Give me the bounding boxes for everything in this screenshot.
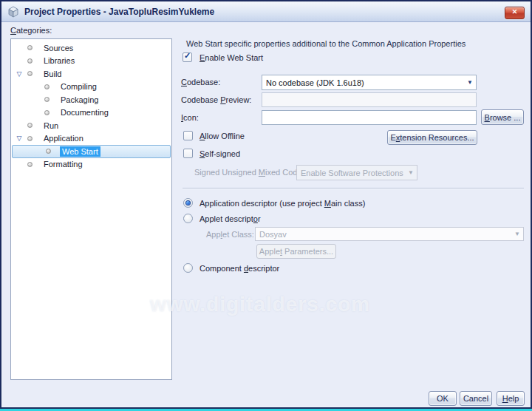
self-signed-checkbox[interactable] (183, 149, 193, 158)
allow-offline-label[interactable]: Allow Offline (200, 132, 245, 140)
icon-field[interactable] (262, 110, 477, 125)
expand-triangle-icon[interactable]: ▽ (13, 70, 25, 78)
bullet-icon (27, 136, 33, 141)
tree-item-web-start[interactable]: Web Start (12, 145, 171, 158)
browse-button[interactable]: Browse ... (481, 109, 524, 125)
tree-item-label: Formatting (41, 159, 85, 169)
ok-button-label: OK (437, 394, 449, 403)
tree-item-libraries[interactable]: Libraries (11, 55, 171, 68)
tree-item-sources[interactable]: Sources (11, 41, 171, 55)
tree-item-label: Application (41, 133, 86, 143)
self-signed-label[interactable]: Self-signed (200, 149, 240, 158)
allow-offline-checkbox[interactable] (183, 131, 193, 140)
mixed-code-combo-value: Enable Software Protections (301, 169, 403, 177)
dropdown-arrow-icon: ▼ (464, 79, 476, 86)
tree-item-label: Run (41, 120, 61, 131)
bullet-icon (44, 110, 50, 115)
applet-parameters-button: Applet Parameters... (256, 244, 336, 259)
bullet-icon (44, 97, 50, 102)
window-title: Project Properties - JavaTopluResimYukle… (24, 7, 214, 17)
titlebar[interactable]: Project Properties - JavaTopluResimYukle… (1, 1, 531, 22)
applet-class-combo-value: Dosyav (259, 230, 287, 239)
panel-header-text: Web Start specific properties additional… (186, 39, 466, 48)
cancel-button-label: Cancel (463, 394, 488, 403)
component-descriptor-radio[interactable] (183, 263, 193, 273)
tree-item-run[interactable]: Run (11, 119, 171, 132)
radio-selected-dot (186, 201, 190, 205)
close-icon: ✕ (512, 8, 518, 16)
codebase-combo-value: No codebase (JDK 1.6u18) (266, 78, 364, 87)
tree-item-label: Libraries (41, 55, 77, 66)
dropdown-arrow-icon: ▼ (405, 169, 417, 176)
codebase-preview-field (262, 92, 477, 107)
cancel-button[interactable]: Cancel (460, 391, 492, 406)
tree-item-packaging[interactable]: Packaging (11, 93, 171, 106)
enable-web-start-label[interactable]: Enable Web Start (200, 53, 263, 62)
mixed-code-combo: Enable Software Protections ▼ (296, 165, 417, 180)
close-button[interactable]: ✕ (505, 7, 525, 19)
categories-tree: SourcesLibraries▽BuildCompilingPackaging… (10, 38, 172, 380)
tree-item-label: Packaging (58, 95, 100, 105)
applet-class-combo: Dosyav ▼ (255, 227, 524, 241)
tree-item-documenting[interactable]: Documenting (11, 106, 171, 120)
application-descriptor-label[interactable]: Application descriptor (use project Main… (200, 199, 365, 208)
project-cube-icon (7, 6, 19, 18)
checkmark-icon: ✓ (184, 51, 191, 61)
tree-item-label: Build (41, 69, 64, 79)
application-descriptor-radio[interactable] (183, 198, 193, 208)
applet-parameters-label: Applet Parameters... (259, 247, 333, 256)
tree-item-application[interactable]: ▽Application (11, 132, 171, 146)
applet-descriptor-label[interactable]: Applet descriptor (200, 214, 261, 223)
tree-item-label: Sources (41, 43, 75, 53)
bullet-icon (27, 45, 33, 50)
applet-descriptor-radio[interactable] (183, 214, 193, 223)
tree-item-formatting[interactable]: Formatting (11, 158, 171, 171)
extension-resources-label: Extension Resources... (390, 133, 474, 142)
tree-item-label: Documenting (58, 107, 111, 118)
bullet-icon (27, 58, 33, 64)
ok-button[interactable]: OK (429, 391, 457, 406)
codebase-label: Codebase: (181, 78, 220, 86)
dropdown-arrow-icon: ▼ (511, 231, 523, 237)
tree-item-compiling[interactable]: Compiling (11, 81, 171, 94)
help-button[interactable]: Help (497, 391, 525, 406)
extension-resources-button[interactable]: Extension Resources... (387, 130, 477, 145)
enable-web-start-checkbox[interactable]: ✓ (183, 52, 192, 62)
tree-item-label: Compiling (58, 81, 99, 92)
tree-item-label: Web Start (60, 146, 100, 157)
applet-class-label: Applet Class: (206, 230, 254, 239)
bullet-icon (44, 84, 50, 89)
browse-button-label: Browse ... (485, 113, 521, 122)
expand-triangle-icon[interactable]: ▽ (13, 135, 25, 142)
codebase-preview-label: Codebase Preview: (181, 95, 251, 104)
categories-label: Categories: (10, 26, 52, 35)
codebase-combo[interactable]: No codebase (JDK 1.6u18) ▼ (262, 75, 477, 90)
section-separator (183, 188, 524, 189)
icon-label: Icon: (181, 113, 199, 122)
help-button-label: Help (502, 394, 519, 403)
mixed-code-label: Signed Unsigned Mixed Code: (194, 168, 304, 177)
bullet-icon (27, 123, 33, 128)
bullet-icon (27, 71, 33, 76)
bullet-icon (27, 162, 33, 167)
project-properties-dialog: Project Properties - JavaTopluResimYukle… (0, 0, 532, 409)
bullet-icon (46, 149, 51, 154)
tree-item-build[interactable]: ▽Build (11, 67, 171, 81)
component-descriptor-label[interactable]: Component descriptor (200, 264, 279, 273)
